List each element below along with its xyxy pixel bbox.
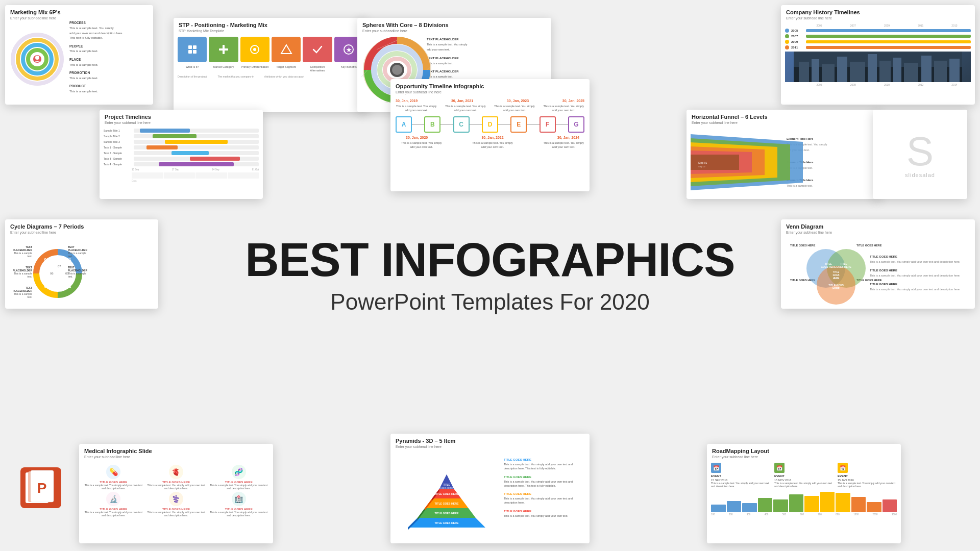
- marketing-mix-card[interactable]: Marketing Mix 6P's Enter your subhead li…: [5, 5, 153, 105]
- stp-box-4: [272, 37, 301, 62]
- gantt-row-2: Sample Title 2: [104, 134, 259, 138]
- pyramids-subtitle: Enter your subhead line here: [390, 445, 590, 450]
- stp-row-label-2: The market that you company in: [217, 75, 254, 78]
- slidesalad-brand: slidesalad: [905, 172, 935, 178]
- venn-title: Venn Diagram: [781, 219, 975, 231]
- svg-rect-35: [812, 59, 819, 82]
- cycle-title: Cycle Diagrams – 7 Periods: [5, 219, 158, 231]
- venn-subtitle: Enter your subhead line here: [781, 231, 975, 236]
- spheres-title: Spheres With Core – 8 Divisions: [357, 18, 551, 29]
- svg-rect-43: [921, 56, 932, 82]
- timeline-row-1: 2005: [785, 29, 971, 33]
- stp-label-1: What is it?: [178, 65, 207, 72]
- svg-text:GOES HERE: GOES HERE: [440, 487, 453, 489]
- medical-content: 💊 TITLE GOES HERE This is a sample text.…: [79, 461, 273, 519]
- roadmap-card[interactable]: RoadMapping Layout Enter your subhead li…: [707, 444, 901, 543]
- opportunity-content: 30, Jan, 2019 30, Jan, 2021 30, Jan, 202…: [390, 96, 590, 153]
- company-title: Company History Timelines: [781, 5, 975, 16]
- svg-rect-42: [904, 63, 918, 82]
- stp-card[interactable]: STP - Positioning - Marketing Mix STP Ma…: [174, 18, 368, 112]
- spheres-subtitle: Enter your subheadline here: [357, 29, 551, 35]
- project-title: Project Timelines: [100, 110, 263, 121]
- funnel-card[interactable]: Horizontal Funnel – 6 Levels Enter your …: [687, 110, 880, 199]
- gantt-footer-label: Data: [104, 180, 259, 182]
- stp-label-2: Market Category: [209, 65, 238, 72]
- stp-title: STP - Positioning - Marketing Mix: [174, 18, 368, 29]
- svg-rect-40: [879, 61, 891, 82]
- svg-rect-13: [188, 50, 192, 54]
- stp-box-2: [209, 37, 238, 62]
- opp-box-c: C: [453, 116, 470, 133]
- roadmap-subtitle: Enter your subhead line here: [707, 455, 901, 461]
- medical-item-3: 🧬 TITLE GOES HERE This is a sample text.…: [208, 465, 269, 490]
- roadmap-bars: [711, 492, 897, 512]
- svg-text:TITLE GOES HERE: TITLE GOES HERE: [435, 521, 459, 524]
- venn-content: TITLE GOES HERE TITLE GOES HERE TITLE GO…: [781, 236, 975, 309]
- company-content: 2005 2007 2009 2011 2013 2005 2007 2009 …: [781, 22, 975, 88]
- gantt-row-4: Task 1 - Sample: [104, 145, 259, 149]
- medical-title: Medical Infographic Slide: [79, 444, 273, 455]
- svg-marker-19: [281, 45, 291, 54]
- svg-rect-11: [188, 45, 192, 49]
- stp-row-label-3: Attributes which you data you apart: [264, 75, 304, 78]
- project-timelines-card[interactable]: Project Timelines Enter your subhead lin…: [100, 110, 263, 199]
- sub-headline: PowerPoint Templates For 2020: [245, 289, 734, 315]
- medical-item-5: ⚕️ TITLE GOES HERE This is a sample text…: [146, 492, 207, 517]
- svg-text:GOES: GOES: [832, 274, 839, 277]
- roadmap-content: 📅 EVENT 15 SEP 2016 This is a sample tex…: [707, 461, 901, 543]
- roadmap-event-2: 📅 EVENT 15 NOV 2016 This is a sample tex…: [774, 463, 834, 488]
- cycle-chart: TEXT PLACEHOLDER This is a sample text. …: [9, 238, 91, 309]
- opp-dates-bottom: 30, Jan, 2020 30, Jan, 2022 30, Jan, 202…: [396, 136, 584, 139]
- svg-rect-45: [949, 59, 960, 82]
- gantt-row-1: Sample Title 1: [104, 129, 259, 133]
- opp-box-e: E: [510, 116, 527, 133]
- company-history-card[interactable]: Company History Timelines Enter your sub…: [781, 5, 975, 105]
- roadmap-title: RoadMapping Layout: [707, 444, 901, 455]
- funnel-content: Step 01 Step 02 Element Title Here This …: [687, 127, 880, 198]
- medical-card[interactable]: Medical Infographic Slide Enter your sub…: [79, 444, 273, 543]
- company-photo: [785, 52, 971, 82]
- medical-item-6: 🏥 TITLE GOES HERE This is a sample text.…: [208, 492, 269, 517]
- project-subtitle: Enter your subhead line here: [100, 121, 263, 127]
- timeline-row-2: 2007: [785, 34, 971, 38]
- svg-rect-36: [822, 64, 835, 82]
- svg-text:P: P: [37, 480, 47, 496]
- pyramids-card[interactable]: Pyramids - 3D – 5 Item Enter your subhea…: [390, 434, 590, 543]
- svg-rect-12: [193, 45, 197, 49]
- cycle-card[interactable]: Cycle Diagrams – 7 Periods Enter your su…: [5, 219, 158, 309]
- svg-text:06: 06: [50, 272, 54, 275]
- svg-text:GOES HERE: GOES HERE: [821, 265, 836, 268]
- svg-rect-34: [799, 62, 809, 82]
- main-headline: BEST INFOGRAPHICS: [245, 236, 734, 283]
- gantt-calendar: [104, 172, 259, 179]
- stp-box-5: [303, 37, 332, 62]
- venn-card[interactable]: Venn Diagram Enter your subhead line her…: [781, 219, 975, 309]
- pyramid-descriptions: TITLE GOES HERE This is a sample text. Y…: [504, 453, 585, 539]
- stp-subtitle: STP Marketing Mix Template: [174, 29, 368, 35]
- medical-item-4: 🔬 TITLE GOES HERE This is a sample text.…: [83, 492, 144, 517]
- gantt-row-6: Task 3 - Sample: [104, 157, 259, 161]
- svg-text:TITLE GOES HERE: TITLE GOES HERE: [790, 244, 816, 247]
- pyramids-title: Pyramids - 3D – 5 Item: [390, 434, 590, 445]
- svg-rect-41: [893, 58, 901, 82]
- funnel-shape: Step 01 Step 02: [691, 129, 782, 195]
- marketing-title: Marketing Mix 6P's: [5, 5, 153, 16]
- opportunity-card[interactable]: Opportunity Timeline Infographic Enter y…: [390, 79, 590, 191]
- svg-rect-37: [837, 57, 847, 82]
- gantt-row-5: Task 2 - Sample: [104, 151, 259, 155]
- medical-item-1: 💊 TITLE GOES HERE This is a sample text.…: [83, 465, 144, 490]
- opportunity-subtitle: Enter your subhead line here: [390, 90, 590, 96]
- svg-text:TITLE GOES HERE: TITLE GOES HERE: [435, 492, 459, 495]
- svg-text:04: 04: [44, 257, 49, 262]
- medical-item-2: 🫀 TITLE GOES HERE This is a sample text.…: [146, 465, 207, 490]
- svg-text:TITLE GOES HERE: TITLE GOES HERE: [856, 244, 882, 247]
- stp-label-5: Competitive Alternatives: [303, 65, 332, 72]
- company-years-header: 2005 2007 2009 2011 2013: [785, 24, 971, 27]
- slidesalad-letter: S: [906, 131, 934, 172]
- svg-text:TITLE: TITLE: [443, 484, 450, 486]
- opportunity-title: Opportunity Timeline Infographic: [390, 79, 590, 90]
- gantt-row-7: Task 4 - Sample: [104, 162, 259, 166]
- svg-text:Step 01: Step 01: [698, 161, 707, 164]
- stp-labels-row: What is it? Market Category Primary Diff…: [174, 64, 368, 73]
- slidesalad-card[interactable]: S slidesalad: [873, 110, 967, 199]
